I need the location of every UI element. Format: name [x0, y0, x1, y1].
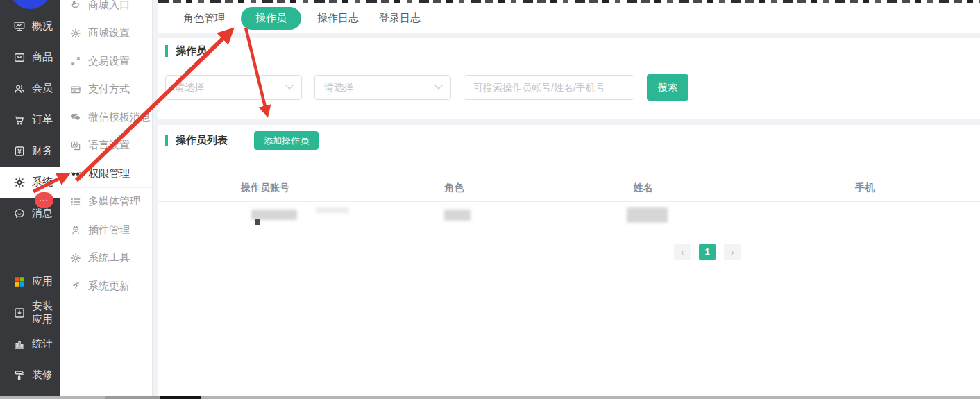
select-placeholder: 请选择: [175, 81, 204, 94]
submenu-item-payment-methods[interactable]: 支付方式: [60, 76, 152, 104]
gear-icon: [70, 253, 81, 264]
sidebar-item-system[interactable]: 系统: [0, 167, 60, 198]
credit-card-icon: [70, 84, 81, 95]
overview-icon: [13, 20, 26, 33]
sidebar-item-finance[interactable]: 财务: [0, 135, 60, 167]
submenu-item-label: 微信模板消息: [88, 111, 151, 124]
diagonal-arrows-icon: [70, 56, 81, 67]
main-content: 角色管理 操作员 操作日志 登录日志 操作员 请选择 请选择 搜索 操作员列表 …: [158, 3, 980, 399]
column-header-account: 操作员账号: [158, 175, 372, 202]
operator-search-input[interactable]: [464, 75, 634, 100]
orders-cart-icon: [13, 114, 26, 126]
chevron-down-icon: [434, 82, 442, 90]
message-count-badge: ···: [35, 192, 53, 208]
finance-icon: [13, 145, 26, 158]
submenu-item-mall-entry[interactable]: 商城入口: [60, 0, 152, 19]
sidebar-item-statistics[interactable]: 统计: [0, 328, 60, 359]
wechat-icon: [70, 112, 81, 123]
members-icon: [13, 83, 26, 95]
message-bubble-icon: [13, 207, 26, 220]
gear-icon: [70, 28, 81, 39]
cell-phone: [750, 202, 980, 235]
submenu-item-trade-settings[interactable]: 交易设置: [60, 47, 152, 76]
section-accent-bar: [165, 135, 168, 146]
sidebar-item-goods[interactable]: 商品: [0, 42, 60, 73]
sidebar-item-members[interactable]: 会员: [0, 73, 60, 104]
submenu-item-media-management[interactable]: 多媒体管理: [60, 188, 152, 217]
sidebar-item-decorate[interactable]: 装修: [0, 359, 60, 391]
bookmark-bar-fragment: [158, 0, 980, 3]
submenu-item-language-settings[interactable]: 语言设置: [60, 132, 152, 160]
redacted-account-mark: [255, 219, 260, 225]
sidebar-item-orders[interactable]: 订单: [0, 104, 60, 135]
submenu-item-mall-settings[interactable]: 商城设置: [60, 19, 152, 48]
column-header-name: 姓名: [537, 175, 750, 202]
tab-role-management[interactable]: 角色管理: [179, 9, 229, 28]
submenu-item-label: 商城入口: [88, 0, 130, 12]
next-page-button[interactable]: ›: [724, 244, 741, 260]
operator-filter-panel: 操作员 请选择 请选择 搜索: [158, 38, 980, 119]
tab-operation-log[interactable]: 操作日志: [313, 9, 363, 28]
column-header-phone: 手机: [750, 175, 980, 202]
submenu-item-wechat-template[interactable]: 微信模板消息: [60, 103, 152, 132]
system-submenu: 商城入口 商城设置 交易设置 支付方式 微信模板消息 语言设置 权限管理 多媒: [60, 0, 153, 399]
chevron-down-icon: [285, 82, 293, 90]
sidebar-item-label: 安装应用: [32, 300, 60, 326]
tab-login-log[interactable]: 登录日志: [375, 9, 425, 28]
paper-plane-icon: [70, 280, 81, 291]
language-icon: [70, 140, 81, 151]
sidebar-item-label: 财务: [32, 144, 53, 158]
operator-list-panel: 操作员列表 添加操作员 操作员账号 角色 姓名 手机: [158, 125, 980, 399]
submenu-item-label: 商城设置: [88, 26, 130, 40]
submenu-item-permission-management[interactable]: 权限管理: [60, 160, 152, 188]
status-select[interactable]: 请选择: [314, 75, 451, 100]
submenu-item-label: 系统工具: [88, 251, 130, 264]
sidebar-item-label: 系统: [32, 176, 53, 189]
select-placeholder: 请选择: [324, 81, 353, 94]
sidebar-item-label: 消息: [32, 207, 53, 220]
operator-table: 操作员账号 角色 姓名 手机: [158, 175, 980, 235]
plug-icon: [70, 224, 81, 235]
bar-chart-icon: [13, 338, 26, 350]
section-title: 操作员: [176, 44, 207, 58]
sidebar-item-label: 统计: [32, 337, 53, 350]
prev-page-button[interactable]: ‹: [674, 244, 691, 260]
sidebar-item-apps[interactable]: 应用: [0, 266, 60, 297]
submenu-item-label: 权限管理: [88, 167, 130, 180]
search-button[interactable]: 搜索: [647, 74, 688, 101]
sidebar-item-overview[interactable]: 概况: [0, 10, 60, 42]
submenu-item-label: 支付方式: [88, 83, 130, 96]
submenu-item-label: 交易设置: [88, 55, 130, 68]
section-accent-bar: [165, 45, 168, 57]
glasses-icon: [70, 168, 81, 179]
tab-operators[interactable]: 操作员: [241, 7, 301, 30]
sidebar-item-label: 应用: [32, 275, 53, 288]
section-title: 操作员列表: [176, 134, 228, 147]
gear-icon: [13, 176, 26, 189]
role-select[interactable]: 请选择: [165, 75, 302, 100]
sidebar-item-label: 概况: [32, 19, 53, 33]
redacted-smudge: [316, 207, 349, 213]
sidebar-item-label: 订单: [32, 113, 53, 126]
tab-bar: 角色管理 操作员 操作日志 登录日志: [158, 3, 980, 33]
install-box-icon: [13, 307, 26, 319]
hand-icon: [70, 0, 81, 10]
pagination: ‹ 1 ›: [674, 244, 741, 260]
submenu-item-system-update[interactable]: 系统更新: [60, 272, 152, 300]
sidebar-item-label: 商品: [32, 51, 53, 64]
list-icon: [70, 196, 81, 207]
add-operator-button[interactable]: 添加操作员: [254, 131, 319, 150]
submenu-item-label: 插件管理: [88, 223, 130, 237]
redacted-name-value: [627, 207, 668, 223]
submenu-item-plugin-management[interactable]: 插件管理: [60, 216, 152, 244]
submenu-item-label: 语言设置: [88, 139, 130, 152]
browser-chrome-cutoff: [158, 0, 980, 3]
redacted-role-value: [444, 210, 471, 221]
submenu-item-system-tools[interactable]: 系统工具: [60, 244, 152, 273]
page-1-button[interactable]: 1: [699, 244, 716, 260]
sidebar-item-label: 装修: [32, 368, 53, 382]
submenu-item-label: 系统更新: [88, 280, 130, 293]
sidebar-item-install-apps[interactable]: 安装应用: [0, 297, 60, 328]
bottom-edge-cutoff: [0, 396, 980, 399]
goods-icon: [13, 51, 26, 64]
